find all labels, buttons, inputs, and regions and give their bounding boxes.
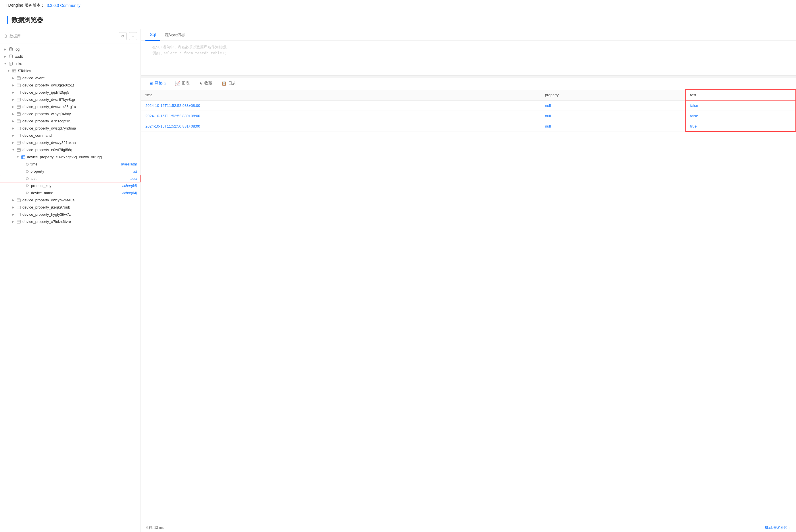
svg-rect-53 xyxy=(17,206,20,209)
svg-rect-21 xyxy=(17,105,20,108)
sidebar-item-dp-wiayq04fbty[interactable]: device_property_wiayq04fbty xyxy=(0,110,141,117)
svg-rect-33 xyxy=(17,134,20,137)
page-header: 数据浏览器 xyxy=(0,11,796,29)
database-icon xyxy=(8,61,13,66)
sidebar-item-stables[interactable]: STables xyxy=(0,67,141,74)
db-links-label: links xyxy=(15,61,22,66)
sidebar-item-dp-dwcybwtla4ua[interactable]: device_property_dwcybwtla4ua xyxy=(0,196,141,204)
sidebar-item-dp-jkerjk97oub[interactable]: device_property_jkerjk97oub xyxy=(0,204,141,211)
tree-arrow-dp-hygfy3ttw7z xyxy=(12,213,15,216)
sidebar-item-device-command[interactable]: device_command xyxy=(0,132,141,139)
db-audit-label: audit xyxy=(15,54,23,59)
svg-point-49 xyxy=(27,192,27,193)
tab-favorites-label: 收藏 xyxy=(204,81,212,86)
grid-icon: ⊞ xyxy=(149,81,153,86)
sidebar-item-dp-dwcr97kyv8qp[interactable]: device_property_dwcr97kyv8qp xyxy=(0,96,141,103)
svg-rect-15 xyxy=(17,91,20,94)
tag-product-key-type: nchar(64) xyxy=(123,184,137,188)
sql-tabs: Sql 超级表信息 xyxy=(141,29,796,41)
item-dp-dwsqd7yn3ima: device_property_dwsqd7yn3ima xyxy=(22,126,76,130)
sidebar-item-col-property[interactable]: property int xyxy=(0,168,141,175)
svg-text:~: ~ xyxy=(18,78,19,79)
sidebar-item-dp-e7n1cqpfik5[interactable]: device_property_e7n1cqpfik5 xyxy=(0,117,141,125)
item-dp-e7n1cqpfik5: device_property_e7n1cqpfik5 xyxy=(22,119,71,123)
top-bar-label: TDengine 服务版本： xyxy=(6,3,44,8)
add-db-button[interactable]: ＋ xyxy=(129,32,137,40)
item-dp-dwcybwtla4ua: device_property_dwcybwtla4ua xyxy=(22,198,74,202)
sidebar-toolbar: 数据库 ↻ ＋ xyxy=(0,29,141,43)
content-area: Sql 超级表信息 1 在SQL语句中，表名必须以数据库名作为前缀。 例如，se… xyxy=(141,29,796,532)
cell-property-1: null xyxy=(540,111,685,121)
col-property-type: int xyxy=(133,170,137,173)
tab-super-table-info[interactable]: 超级表信息 xyxy=(160,29,190,41)
stable-item-icon xyxy=(17,98,21,102)
sidebar-item-col-time[interactable]: time timestamp xyxy=(0,160,141,168)
table-icon xyxy=(21,155,25,159)
svg-point-46 xyxy=(26,170,29,173)
svg-point-47 xyxy=(26,177,29,180)
log-icon: 📋 xyxy=(222,81,226,86)
sidebar-item-tag-device-name[interactable]: device_name nchar(64) xyxy=(0,189,141,196)
item-dp-dwcr97kyv8qp: device_property_dwcr97kyv8qp xyxy=(22,97,75,102)
tab-chart[interactable]: 📈 图表 xyxy=(171,78,194,89)
svg-rect-36 xyxy=(17,141,20,144)
item-dp-e0wt7figf56q: device_property_e0wt7figf56q xyxy=(22,148,72,152)
cell-time-1: 2024-10-15T11:52:52.839+08:00 xyxy=(141,111,540,121)
sidebar-item-child-table[interactable]: device_property_e0wt7figf56q_e0wta18rr8q… xyxy=(0,153,141,160)
tab-favorites[interactable]: ★ 收藏 xyxy=(195,78,216,89)
result-tabs: ⊞ 网格 ℹ 📈 图表 ★ 收藏 📋 日志 xyxy=(141,78,796,89)
sidebar-item-audit[interactable]: audit xyxy=(0,53,141,60)
tree-arrow-device-event xyxy=(12,76,15,80)
sidebar-item-dp-ipjdi4t3qq5[interactable]: device_property_ipjdi4t3qq5 xyxy=(0,89,141,96)
header-accent-bar xyxy=(7,16,8,24)
tree-arrow-dp-jkerjk97oub xyxy=(12,206,15,209)
search-icon xyxy=(3,34,8,38)
tree-arrow-dp-dwcybwtla4ua xyxy=(12,198,15,202)
sidebar-item-dp-dwcvy321axaa[interactable]: device_property_dwcvy321axaa xyxy=(0,139,141,146)
tab-chart-label: 图表 xyxy=(182,81,190,86)
sidebar-item-tag-product-key[interactable]: product_key nchar(64) xyxy=(0,182,141,189)
sidebar-item-dp-e0wt7figf56q[interactable]: device_property_e0wt7figf56q xyxy=(0,146,141,153)
col-test-label: test xyxy=(31,176,37,181)
item-dp-dwi0gke0xo1t: device_property_dwi0gke0xo1t xyxy=(22,83,74,87)
stable-item-icon xyxy=(17,112,21,116)
database-icon xyxy=(8,47,13,52)
tab-sql[interactable]: Sql xyxy=(145,29,160,41)
cell-test-0: false xyxy=(685,100,796,111)
grid-info-badge: ℹ xyxy=(164,81,166,85)
stable-item-icon xyxy=(17,127,21,130)
sidebar-item-dp-a7ioizx6tvre[interactable]: device_property_a7ioizx6tvre xyxy=(0,218,141,225)
tree-arrow-device-command xyxy=(12,134,15,137)
sidebar-item-log[interactable]: log xyxy=(0,46,141,53)
tab-grid[interactable]: ⊞ 网格 ℹ xyxy=(145,78,170,89)
sql-placeholder: 在SQL语句中，表名必须以数据库名作为前缀。 例如，select * from … xyxy=(152,44,230,72)
sql-editor-body[interactable]: 1 在SQL语句中，表名必须以数据库名作为前缀。 例如，select * fro… xyxy=(141,41,796,75)
sidebar-item-col-test[interactable]: test bool xyxy=(0,175,141,182)
refresh-button[interactable]: ↻ xyxy=(119,32,127,40)
svg-rect-18 xyxy=(17,98,20,101)
tag-product-key-label: product_key xyxy=(31,184,52,188)
tab-log[interactable]: 📋 日志 xyxy=(218,78,240,89)
tree-arrow-dp-ipjdi4t3qq5 xyxy=(12,91,15,94)
tree-arrow-dp-dwcvy321axaa xyxy=(12,141,15,145)
sidebar-item-dp-dwi0gke0xo1t[interactable]: device_property_dwi0gke0xo1t xyxy=(0,81,141,89)
main-layout: 数据库 ↻ ＋ log xyxy=(0,29,796,532)
sidebar-item-dp-dwsqd7yn3ima[interactable]: device_property_dwsqd7yn3ima xyxy=(0,125,141,132)
tag-device-name-type: nchar(64) xyxy=(123,191,137,195)
sidebar-item-dp-hygfy3ttw7z[interactable]: device_property_hygfy3ttw7z xyxy=(0,211,141,218)
svg-rect-42 xyxy=(21,155,25,158)
svg-rect-59 xyxy=(17,220,20,223)
svg-point-4 xyxy=(9,62,12,63)
sidebar-item-dp-dwcwek86rg1u[interactable]: device_property_dwcwek86rg1u xyxy=(0,103,141,110)
col-time-label: time xyxy=(31,162,38,166)
database-icon xyxy=(8,54,13,59)
sql-line-number: 1 xyxy=(141,44,152,72)
col-test-type: bool xyxy=(130,177,137,181)
sidebar-item-links[interactable]: links xyxy=(0,60,141,67)
item-dp-ipjdi4t3qq5: device_property_ipjdi4t3qq5 xyxy=(22,90,69,95)
svg-point-2 xyxy=(9,48,12,49)
blade-watermark: 「 Blade技术社区 」 xyxy=(761,526,791,530)
stable-item-icon xyxy=(17,91,21,95)
sidebar-item-device-event[interactable]: ~ device_event xyxy=(0,74,141,81)
stable-item-icon xyxy=(17,205,21,209)
